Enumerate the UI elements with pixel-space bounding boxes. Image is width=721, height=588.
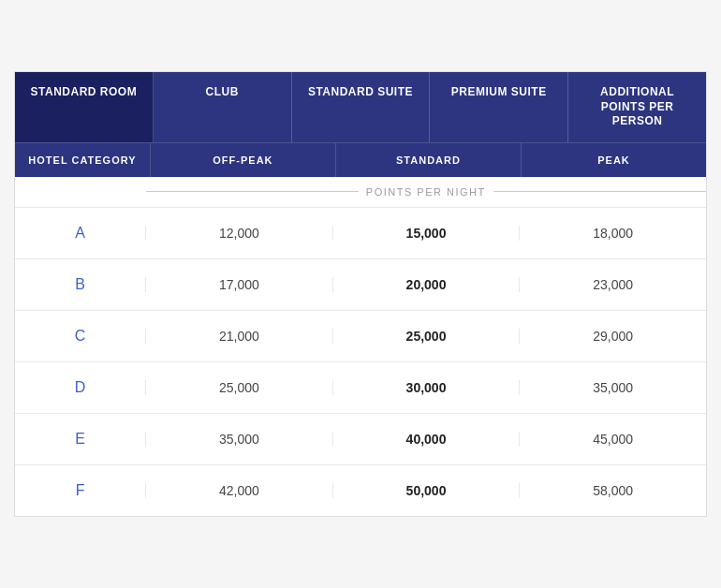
row-a-standard: 15,000 (332, 226, 520, 241)
ppn-line-left (146, 191, 359, 192)
row-e-peak: 45,000 (519, 432, 706, 447)
table-row: B 17,000 20,000 23,000 (15, 258, 706, 310)
ppn-row: POINTS PER NIGHT (15, 177, 706, 207)
tab-club[interactable]: CLUB (154, 72, 292, 142)
row-e-offpeak: 35,000 (145, 432, 332, 447)
row-c-standard: 25,000 (332, 329, 520, 344)
category-b: B (15, 276, 145, 293)
category-a: A (15, 225, 145, 242)
table-row: E 35,000 40,000 45,000 (15, 413, 706, 464)
table-row: A 12,000 15,000 18,000 (15, 207, 706, 258)
row-c-offpeak: 21,000 (145, 329, 332, 344)
row-d-standard: 30,000 (332, 380, 520, 395)
table-row: F 42,000 50,000 58,000 (15, 464, 706, 516)
ppn-label: POINTS PER NIGHT (366, 186, 486, 198)
row-f-peak: 58,000 (519, 483, 706, 498)
header-peak: PEAK (522, 143, 706, 177)
category-f: F (15, 482, 145, 499)
header-off-peak: OFF-PEAK (151, 143, 336, 177)
table-row: C 21,000 25,000 29,000 (15, 310, 706, 361)
row-b-offpeak: 17,000 (145, 277, 332, 292)
tab-premium-suite[interactable]: PREMIUM SUITE (430, 72, 568, 142)
row-d-offpeak: 25,000 (145, 380, 332, 395)
row-d-peak: 35,000 (519, 380, 706, 395)
row-f-standard: 50,000 (332, 483, 520, 498)
points-table: STANDARD ROOM CLUB STANDARD SUITE PREMIU… (14, 71, 707, 517)
category-c: C (15, 328, 145, 345)
tabs-row: STANDARD ROOM CLUB STANDARD SUITE PREMIU… (15, 72, 706, 142)
header-standard: STANDARD (336, 143, 522, 177)
row-c-peak: 29,000 (519, 329, 706, 344)
table-row: D 25,000 30,000 35,000 (15, 361, 706, 413)
tab-standard-room[interactable]: STANDARD ROOM (15, 72, 154, 142)
tab-additional-points[interactable]: ADDITIONAL POINTS PER PERSON (568, 72, 706, 142)
category-e: E (15, 431, 145, 448)
row-b-standard: 20,000 (332, 277, 520, 292)
row-e-standard: 40,000 (332, 432, 520, 447)
row-b-peak: 23,000 (519, 277, 706, 292)
header-hotel-category: HOTEL CATEGORY (15, 143, 151, 177)
category-d: D (15, 379, 145, 396)
row-f-offpeak: 42,000 (145, 483, 332, 498)
tab-standard-suite[interactable]: STANDARD SUITE (292, 72, 431, 142)
ppn-line-right (493, 191, 706, 192)
header-row: HOTEL CATEGORY OFF-PEAK STANDARD PEAK (15, 142, 706, 177)
row-a-offpeak: 12,000 (145, 226, 332, 241)
row-a-peak: 18,000 (519, 226, 706, 241)
